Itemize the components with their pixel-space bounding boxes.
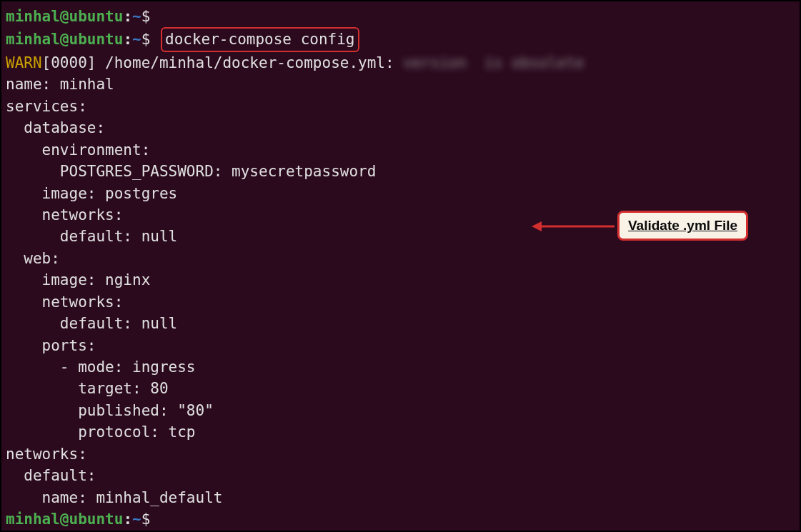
output-line: ports:	[6, 335, 795, 356]
prompt-path: ~	[132, 8, 141, 25]
prompt-colon: :	[123, 8, 132, 25]
output-line: target: 80	[6, 378, 795, 399]
output-line: networks:	[6, 443, 795, 465]
output-line: networks:	[6, 291, 795, 313]
terminal-line-prompt-final[interactable]: minhal@ubuntu:~$	[6, 508, 795, 530]
command-highlight-box: docker-compose config	[161, 27, 359, 51]
annotation-label: Validate .yml File	[628, 218, 737, 233]
prompt-host: ubuntu	[69, 8, 124, 25]
output-line: database:	[6, 117, 795, 139]
output-line: protocol: tcp	[6, 421, 795, 443]
output-line: image: postgres	[6, 183, 795, 204]
warn-rest: [0000] /home/minhal/docker-compose.yml:	[42, 54, 404, 71]
annotation-label-box: Validate .yml File	[617, 211, 748, 241]
command-docker-config: docker-compose config	[165, 31, 355, 48]
output-line: name: minhal_default	[6, 487, 795, 508]
terminal-line-prompt-empty[interactable]: minhal@ubuntu:~$	[6, 6, 795, 27]
prompt-dollar: $	[141, 8, 151, 25]
terminal-warn-line: WARN[0000] /home/minhal/docker-compose.y…	[6, 52, 795, 74]
arrow-icon	[530, 225, 616, 226]
annotation-callout: Validate .yml File	[530, 211, 748, 241]
warn-blurred: version is obsolete	[403, 54, 584, 71]
output-line: published: "80"	[6, 400, 795, 421]
output-line: name: minhal	[6, 74, 795, 95]
warn-prefix: WARN	[6, 54, 42, 71]
output-line: services:	[6, 96, 795, 117]
output-line: - mode: ingress	[6, 356, 795, 378]
output-line: image: nginx	[6, 269, 795, 291]
output-line: environment:	[6, 139, 795, 161]
output-line: web:	[6, 248, 795, 269]
prompt-user: minhal	[6, 8, 60, 25]
svg-marker-1	[532, 221, 542, 231]
output-line: default: null	[6, 313, 795, 334]
output-line: default:	[6, 465, 795, 486]
terminal-line-command[interactable]: minhal@ubuntu:~$ docker-compose config	[6, 27, 795, 51]
output-line: POSTGRES_PASSWORD: mysecretpassword	[6, 161, 795, 182]
prompt-at: @	[60, 8, 69, 25]
